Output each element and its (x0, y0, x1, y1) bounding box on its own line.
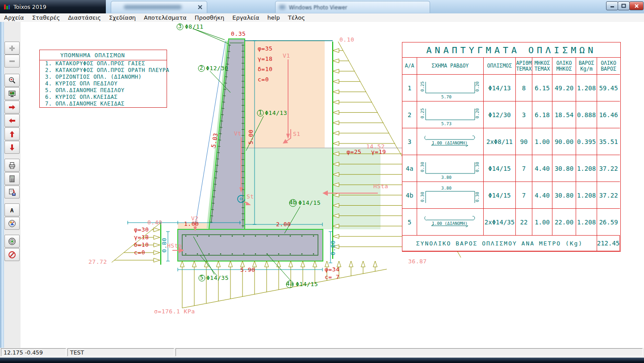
menu-statheres[interactable]: Σταθερές (28, 14, 64, 21)
svg-text:5.73: 5.73 (441, 121, 452, 126)
wall-footing (178, 229, 323, 261)
target-icon (8, 237, 16, 245)
cell-oliko-varos: 37.22 (597, 155, 620, 182)
cell-varos: 1.208 (576, 75, 597, 101)
minimize-button[interactable] (606, 1, 618, 10)
menu-apotelesmata[interactable]: Αποτελέσματα (140, 14, 191, 21)
menu-help[interactable]: help (263, 14, 284, 21)
tab-close-icon[interactable] (198, 5, 202, 9)
svg-text:HStp: HStp (167, 242, 182, 249)
cell-oplismos: Φ12/30 (484, 101, 516, 128)
arrow-left-icon (8, 117, 16, 125)
svg-text:δ=10: δ=10 (258, 66, 272, 72)
legend-item: 7. ΟΠΛ.ΔΙΑΝΟΜΗΣ ΚΛΕΙΔΑΣ (40, 101, 167, 107)
cell-oplismos: 2xΦ14/35 (484, 209, 516, 236)
legend-title: ΥΠΟΜΝΗΜΑ ΟΠΛΙΣΜΩΝ (40, 50, 167, 60)
pan-left-button[interactable] (4, 114, 20, 127)
svg-text:0.30: 0.30 (420, 191, 425, 202)
cell-oliko-varos: 37.22 (597, 182, 620, 209)
background-window-titlebar[interactable]: Windows Photo Viewer (275, 1, 430, 13)
cell-oliko-mikos: 22.00 (552, 209, 576, 236)
svg-text:0.30: 0.30 (475, 161, 480, 172)
minus-icon (8, 57, 16, 65)
rebar-schedule-table: ΑΝΑΠΤΥΓΜΑΤΑ ΟΠΛΙΣΜΩΝ Α/Α ΣΧΗΜΑ ΡΑΒΔΟΥ ΟΠ… (402, 42, 621, 252)
cell-oliko-mikos: 30.80 (552, 182, 576, 209)
svg-text:γ=18: γ=18 (134, 234, 149, 241)
maximize-button[interactable] (618, 1, 630, 10)
close-button[interactable] (629, 1, 644, 10)
dim-depth-left: 0.80 (161, 238, 167, 253)
mid-soil-phi: φ=25 (347, 148, 361, 155)
active-pressure-bottom-value: 36.87 (408, 258, 427, 265)
cell-arithm: 7 (516, 155, 532, 182)
svg-text:Φ14/15: Φ14/15 (298, 199, 321, 206)
svg-text:V2: V2 (191, 215, 199, 222)
pan-up-button[interactable] (4, 127, 20, 140)
menu-arxeia[interactable]: Αρχεία (0, 14, 28, 21)
window-bottom-edge (0, 358, 644, 363)
svg-text:3: 3 (178, 23, 182, 30)
svg-text:3.80: 3.80 (441, 186, 452, 190)
zoom-in-button[interactable] (4, 42, 20, 55)
cell-varos: 0.395 (576, 128, 597, 155)
text-tool-button[interactable]: A (4, 203, 20, 216)
print-button[interactable] (4, 159, 20, 172)
bar-shape-diagram: 0.30 0.30 3.80 (417, 155, 484, 182)
cell-oliko-varos: 16.46 (597, 101, 620, 128)
cell-mikos: 1.00 (532, 128, 552, 155)
menu-telos[interactable]: Τέλος (284, 14, 309, 21)
row-aa: 3 (402, 128, 417, 155)
pan-right-button[interactable] (4, 101, 20, 114)
calculator-button[interactable] (4, 172, 20, 185)
svg-text:0.25: 0.25 (420, 108, 425, 118)
fit-screen-button[interactable] (4, 87, 20, 100)
svg-text:Φ14/13: Φ14/13 (265, 110, 287, 116)
status-bar: 12.175 -0.459 TEST (0, 348, 644, 358)
legend-item: 6. ΚΥΡΙΟΣ ΟΠΛ.ΚΛΕΙΔΑΣ (40, 94, 167, 101)
svg-text:5.70: 5.70 (441, 94, 452, 99)
rebar-legend: ΥΠΟΜΝΗΜΑ ΟΠΛΙΣΜΩΝ 1. ΚΑΤΑΚΟΡΥΦΟΣ ΟΠΛ.ΠΡΟ… (39, 50, 167, 108)
col-header-arithm: ΑΡΙΘΜ ΤΕΜΑΧ (516, 58, 532, 75)
image-button[interactable] (4, 217, 20, 230)
menu-diastaseis[interactable]: Διαστάσεις (64, 14, 105, 21)
row-aa: 2 (402, 101, 417, 128)
svg-text:St: St (247, 193, 254, 200)
letter-a-icon: A (8, 206, 16, 214)
zoom-window-button[interactable] (4, 74, 20, 87)
dim-footing-width: 5.90 (240, 266, 255, 273)
table-total-value: 212.45 (597, 236, 620, 251)
pan-down-button[interactable] (4, 141, 20, 154)
printer-icon (8, 161, 16, 169)
app-titlebar[interactable]: Toixos 2019 (0, 0, 106, 13)
svg-text:0.20: 0.20 (475, 81, 480, 91)
svg-text:0.25: 0.25 (420, 81, 425, 92)
zoom-out-button[interactable] (4, 55, 20, 68)
col-header-varos: ΒΑΡΟΣ Kg/m (576, 58, 597, 75)
render-button[interactable] (4, 235, 20, 248)
menu-ergaleia[interactable]: Εργαλεία (228, 14, 263, 21)
background-window-tab[interactable] (111, 1, 207, 13)
svg-text:0.30: 0.30 (475, 191, 480, 202)
cell-oliko-varos: 59.45 (597, 75, 620, 101)
cancel-draw-button[interactable] (4, 248, 20, 261)
svg-text:HSta: HSta (373, 183, 388, 190)
row-aa: 1 (402, 75, 417, 101)
cell-oplismos: Φ14/13 (484, 75, 516, 101)
dim-back-height: 5.00 (247, 130, 254, 144)
bar-shape-diagram: 1.00 (ΔΙΑΝΟΜΗ) (417, 209, 484, 236)
minimize-icon (610, 4, 615, 8)
app-title: Toixos 2019 (13, 4, 46, 10)
row-aa: 5 (402, 209, 417, 236)
dim-heel-width: 2.00 (276, 221, 291, 228)
svg-text:5: 5 (200, 274, 204, 281)
cad-canvas[interactable]: 3 2 1 4b 5 4a Φ8/11 Φ12/30 Φ14/13 Φ14/15… (21, 22, 644, 348)
window-left-edge (0, 22, 4, 348)
svg-text:4a: 4a (286, 280, 294, 287)
cell-mikos: 6.15 (532, 75, 552, 101)
svg-text:V1: V1 (283, 52, 290, 59)
row-aa: 4a (402, 155, 417, 182)
menu-sxediasi[interactable]: Σχεδίαση (105, 14, 140, 21)
export-save-button[interactable] (4, 186, 20, 198)
menu-prosthiki[interactable]: Προσθήκη (191, 14, 228, 21)
cell-varos: 0.888 (576, 101, 597, 128)
